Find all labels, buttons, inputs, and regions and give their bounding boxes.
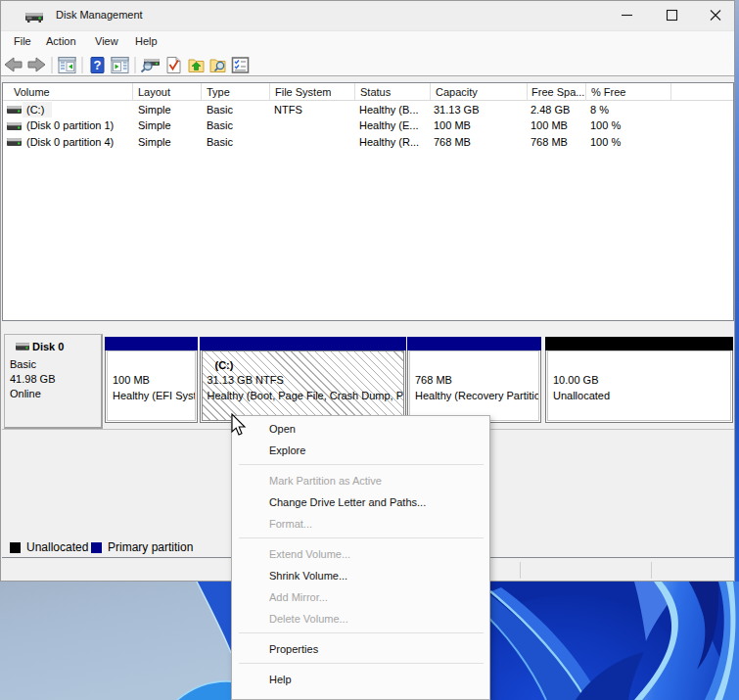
svg-text:?: ? [94,58,102,72]
